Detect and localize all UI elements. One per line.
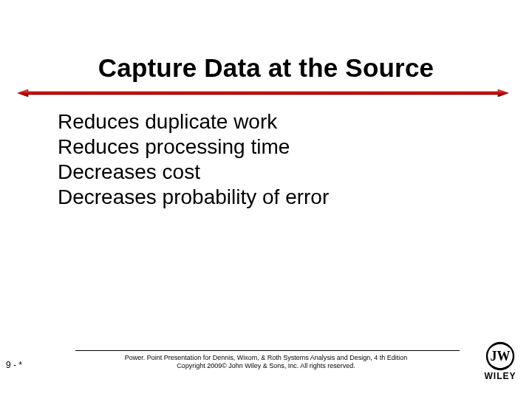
wiley-logo-text: WILEY xyxy=(485,371,516,381)
bullet-item: Decreases probability of error xyxy=(58,185,329,210)
footer-line-1: Power. Point Presentation for Dennis, Wi… xyxy=(0,354,532,362)
slide-body: Reduces duplicate work Reduces processin… xyxy=(58,109,329,211)
footer-text: Power. Point Presentation for Dennis, Wi… xyxy=(0,354,532,371)
title-divider-arrow xyxy=(18,89,508,97)
bullet-item: Reduces processing time xyxy=(58,134,329,160)
double-arrow-icon xyxy=(18,89,508,97)
publisher-logo: JW WILEY xyxy=(479,341,522,381)
page-number: 9 - * xyxy=(6,360,22,370)
bullet-item: Reduces duplicate work xyxy=(58,109,329,134)
svg-text:JW: JW xyxy=(491,349,511,364)
svg-marker-0 xyxy=(18,89,508,97)
footer-line-2: Copyright 2009© John Wiley & Sons, Inc. … xyxy=(0,362,532,370)
footer-rule xyxy=(75,350,460,351)
wiley-logo-icon: JW WILEY xyxy=(479,341,522,381)
slide-title: Capture Data at the Source xyxy=(0,53,532,83)
slide: Capture Data at the Source Reduces dupli… xyxy=(0,0,532,399)
bullet-item: Decreases cost xyxy=(58,160,329,185)
